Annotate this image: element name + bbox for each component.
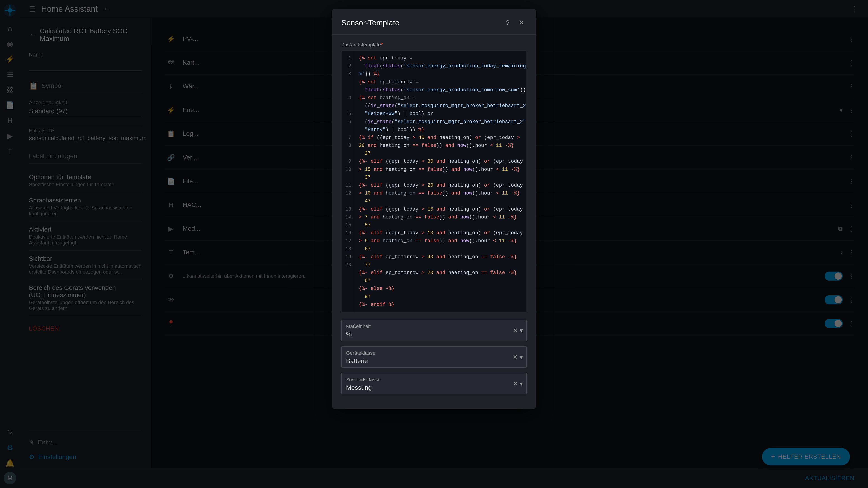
masseinheit-label: Maßeinheit bbox=[346, 324, 522, 329]
code-content[interactable]: {% set epr_today = float(states('sensor.… bbox=[354, 51, 526, 312]
zustandsklasse-actions: ✕ ▾ bbox=[513, 380, 523, 387]
masseinheit-value: % bbox=[346, 331, 522, 338]
masseinheit-dropdown-icon[interactable]: ▾ bbox=[520, 327, 523, 334]
zustandstemplate-label: Zustandstemplate* bbox=[341, 42, 527, 48]
modal-help-icon[interactable]: ? bbox=[502, 17, 513, 28]
modal-close-icon[interactable]: ✕ bbox=[516, 17, 527, 28]
masseinheit-clear-icon[interactable]: ✕ bbox=[513, 327, 518, 334]
gerateklasse-actions: ✕ ▾ bbox=[513, 353, 523, 361]
code-editor[interactable]: 1234567891011121314151617181920 {% set e… bbox=[341, 51, 527, 313]
modal-overlay: Sensor-Template ? ✕ Zustandstemplate* 12… bbox=[0, 0, 868, 488]
sensor-template-modal: Sensor-Template ? ✕ Zustandstemplate* 12… bbox=[332, 9, 536, 409]
gerateklasse-value: Batterie bbox=[346, 357, 522, 365]
gerateklasse-label: Geräteklasse bbox=[346, 350, 522, 356]
zustandsklasse-field: Zustandsklasse Messung ✕ ▾ bbox=[341, 373, 527, 394]
zustandsklasse-dropdown-icon[interactable]: ▾ bbox=[520, 380, 523, 387]
line-numbers: 1234567891011121314151617181920 bbox=[342, 51, 354, 312]
zustandsklasse-clear-icon[interactable]: ✕ bbox=[513, 380, 518, 387]
modal-title: Sensor-Template bbox=[341, 18, 502, 27]
masseinheit-actions: ✕ ▾ bbox=[513, 327, 523, 334]
zustandsklasse-value: Messung bbox=[346, 384, 522, 391]
zustandsklasse-label: Zustandsklasse bbox=[346, 377, 522, 383]
code-lines: 1234567891011121314151617181920 {% set e… bbox=[342, 51, 526, 312]
gerateklasse-field: Geräteklasse Batterie ✕ ▾ bbox=[341, 346, 527, 367]
gerateklasse-clear-icon[interactable]: ✕ bbox=[513, 353, 518, 361]
gerateklasse-dropdown-icon[interactable]: ▾ bbox=[520, 353, 523, 361]
modal-header: Sensor-Template ? ✕ bbox=[332, 9, 536, 35]
masseinheit-field: Maßeinheit % ✕ ▾ bbox=[341, 320, 527, 341]
modal-body: Zustandstemplate* 1234567891011121314151… bbox=[332, 35, 536, 409]
